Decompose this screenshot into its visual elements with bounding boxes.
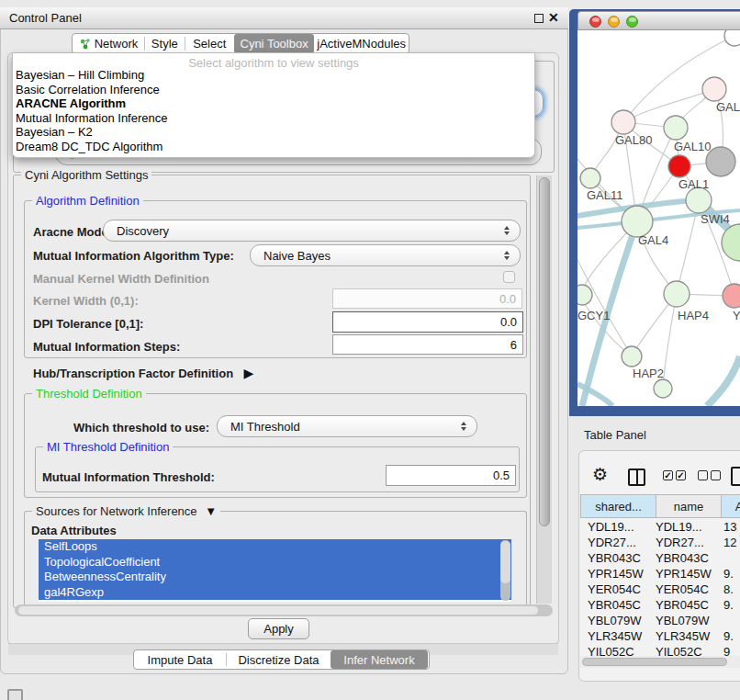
data-attributes-label: Data Attributes	[31, 524, 117, 537]
tab-discretize-data[interactable]: Discretize Data	[227, 650, 331, 669]
aracne-mode-label: Aracne Mode:	[33, 225, 112, 239]
network-node[interactable]	[724, 30, 740, 46]
checked-box-icon[interactable]: ✓	[676, 470, 686, 480]
minimized-panel-icon[interactable]	[7, 689, 23, 700]
tab-select[interactable]: Select	[185, 34, 234, 53]
network-node-hap2[interactable]	[622, 346, 642, 367]
table-row[interactable]: YIL052C YIL052C 9	[580, 645, 740, 656]
mi-steps-field[interactable]: 6	[332, 334, 523, 355]
settings-group-title: Cyni Algorithm Settings	[21, 168, 151, 182]
table-row[interactable]: YBL079W YBL079W	[580, 614, 740, 629]
kernel-width-label: Kernel Width (0,1):	[33, 294, 139, 308]
apply-button[interactable]: Apply	[248, 618, 309, 639]
mi-threshold-label: Mutual Information Threshold:	[42, 470, 215, 484]
mi-threshold-field[interactable]: 0.5	[386, 465, 516, 486]
table-scrollbar-thumb[interactable]	[582, 658, 727, 666]
algorithm-option-selected[interactable]: ARACNE Algorithm	[13, 96, 534, 111]
which-threshold-value: MI Threshold	[230, 420, 300, 434]
list-item[interactable]: BetweennessCentrality	[39, 570, 511, 585]
manual-kernel-checkbox[interactable]	[503, 271, 515, 283]
dpi-tolerance-field[interactable]: 0.0	[332, 311, 523, 333]
tab-infer-network[interactable]: Infer Network	[331, 650, 428, 669]
list-item[interactable]: TopologicalCoefficient	[39, 555, 511, 570]
network-node-gal1[interactable]	[668, 155, 690, 177]
table-row[interactable]: YLR345W YLR345W 9.	[580, 629, 740, 645]
network-window-titlebar[interactable]	[577, 11, 740, 30]
column-header-name[interactable]: name	[656, 494, 722, 518]
list-scrollbar[interactable]	[500, 540, 510, 601]
document-icon[interactable]	[731, 467, 740, 486]
node-label: GAL	[716, 100, 740, 114]
algorithm-dropdown: Select algorithm to view settings Bayesi…	[12, 53, 535, 158]
unchecked-box-icon[interactable]	[698, 470, 708, 480]
manual-kernel-label: Manual Kernel Width Definition	[33, 272, 209, 286]
column-header-partial[interactable]: A	[721, 494, 740, 518]
network-node-hap4[interactable]	[664, 281, 690, 307]
network-node-gal[interactable]	[702, 77, 726, 101]
node-label: SWI4	[701, 212, 730, 226]
network-node-gal80[interactable]	[611, 110, 635, 134]
data-attributes-list: SelfLoops TopologicalCoefficient Between…	[39, 539, 511, 602]
network-node[interactable]	[654, 379, 672, 398]
network-node-gal10[interactable]	[664, 116, 688, 140]
algorithm-option[interactable]: Dream8 DC_TDC Algorithm	[13, 140, 534, 154]
table-row[interactable]: YPR145W YPR145W 9.	[580, 567, 740, 582]
tab-cyni-toolbox[interactable]: Cyni Toolbox	[234, 34, 314, 53]
node-label: GAL1	[678, 177, 709, 191]
table-row[interactable]: YER054C YER054C 8.	[580, 582, 740, 598]
dpi-tolerance-label: DPI Tolerance [0,1]:	[33, 317, 143, 331]
network-node-salmon[interactable]	[723, 284, 740, 308]
zoom-window-icon[interactable]	[626, 16, 638, 28]
table-row[interactable]: YDL19... YDL19... 13	[580, 520, 740, 536]
unchecked-box-icon[interactable]	[711, 470, 721, 480]
network-node-swi4[interactable]	[686, 187, 712, 213]
table-panel-title: Table Panel	[584, 428, 646, 442]
horizontal-scrollbar[interactable]	[15, 604, 553, 616]
algorithm-option[interactable]: Basic Correlation Inference	[13, 83, 534, 97]
vertical-scrollbar-thumb[interactable]	[539, 177, 550, 526]
network-node-gcy1[interactable]	[577, 285, 592, 305]
node-label: GAL11	[587, 188, 623, 202]
close-window-icon[interactable]	[589, 16, 601, 28]
node-label: GAL10	[674, 140, 711, 153]
close-icon[interactable]: ✕	[548, 10, 559, 25]
tab-style[interactable]: Style	[145, 34, 185, 53]
mi-type-label: Mutual Information Algorithm Type:	[33, 249, 234, 263]
node-label: Y	[733, 309, 740, 322]
expanded-arrow-icon[interactable]: ▼	[205, 504, 217, 518]
list-item[interactable]: gal4RGexp	[39, 585, 511, 601]
table-horizontal-scrollbar[interactable]	[580, 656, 740, 668]
which-threshold-combo[interactable]: MI Threshold	[217, 415, 477, 437]
table-row[interactable]: YBR045C YBR045C 9.	[580, 598, 740, 614]
list-item[interactable]: SelfLoops	[39, 539, 511, 555]
checked-box-icon[interactable]: ✓	[663, 470, 673, 480]
table-row[interactable]: YDR27... YDR27... 12	[580, 536, 740, 551]
kernel-width-field[interactable]: 0.0	[332, 288, 522, 309]
node-label: HAP4	[678, 309, 709, 322]
aracne-mode-combo[interactable]: Discovery	[103, 220, 521, 242]
stepper-icon	[504, 226, 510, 235]
tab-impute-data[interactable]: Impute Data	[134, 650, 226, 669]
horizontal-scrollbar-thumb[interactable]	[18, 606, 538, 615]
table-row[interactable]: YBR043C YBR043C	[580, 551, 740, 567]
network-node-gal11[interactable]	[580, 168, 600, 188]
float-window-icon[interactable]	[534, 14, 544, 23]
algorithm-option[interactable]: Bayesian – Hill Climbing	[13, 68, 534, 83]
tab-jactivemnodules[interactable]: jActiveMNodules	[314, 34, 409, 53]
mi-type-combo[interactable]: Naive Bayes	[250, 244, 521, 266]
algorithm-option[interactable]: Mutual Information Inference	[13, 111, 534, 126]
gear-icon[interactable]: ⚙	[592, 464, 608, 485]
list-scrollbar-thumb[interactable]	[500, 541, 510, 583]
tab-network[interactable]: Network	[73, 34, 144, 53]
column-header-shared[interactable]: shared...	[580, 494, 656, 518]
mi-type-value: Naive Bayes	[263, 249, 331, 263]
algorithm-option[interactable]: Bayesian – K2	[13, 125, 534, 140]
vertical-scrollbar[interactable]	[536, 175, 552, 604]
network-node-gal4[interactable]	[622, 206, 653, 237]
minimize-window-icon[interactable]	[608, 16, 620, 28]
algorithm-definition-title: Algorithm Definition	[32, 194, 143, 208]
network-canvas[interactable]: GAL GAL80 GAL10 GAL1 GAL11 SWI4 GAL4 GCY…	[577, 30, 740, 406]
node-label: HAP2	[633, 367, 664, 380]
split-columns-icon[interactable]	[628, 469, 645, 486]
hub-definition-toggle[interactable]: Hub/Transcription Factor Definition ▶	[33, 365, 253, 381]
